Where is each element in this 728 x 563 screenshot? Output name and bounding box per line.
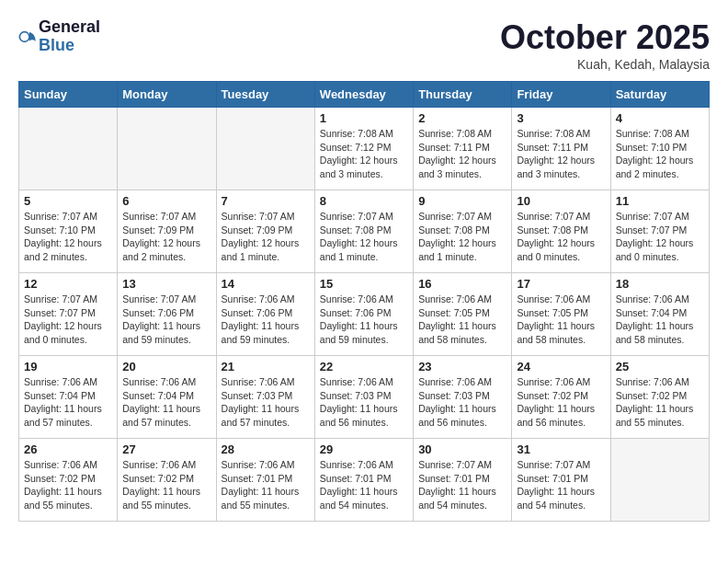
day-info: Sunrise: 7:06 AM Sunset: 7:05 PM Dayligh… <box>418 293 506 347</box>
day-info: Sunrise: 7:07 AM Sunset: 7:07 PM Dayligh… <box>24 293 112 347</box>
logo: General Blue <box>18 18 100 55</box>
title-section: October 2025 Kuah, Kedah, Malaysia <box>500 18 710 72</box>
day-info: Sunrise: 7:07 AM Sunset: 7:08 PM Dayligh… <box>418 210 506 264</box>
calendar-cell: 8Sunrise: 7:07 AM Sunset: 7:08 PM Daylig… <box>314 190 413 273</box>
day-info: Sunrise: 7:08 AM Sunset: 7:12 PM Dayligh… <box>320 127 408 181</box>
calendar-cell: 9Sunrise: 7:07 AM Sunset: 7:08 PM Daylig… <box>414 190 512 273</box>
calendar-cell: 13Sunrise: 7:07 AM Sunset: 7:06 PM Dayli… <box>118 273 216 356</box>
logo-line2: Blue <box>39 37 100 55</box>
calendar-cell: 26Sunrise: 7:06 AM Sunset: 7:02 PM Dayli… <box>19 439 118 522</box>
calendar-cell: 6Sunrise: 7:07 AM Sunset: 7:09 PM Daylig… <box>118 190 216 273</box>
day-number: 22 <box>320 360 408 373</box>
day-number: 9 <box>418 194 506 208</box>
weekday-header-row: SundayMondayTuesdayWednesdayThursdayFrid… <box>19 82 710 108</box>
weekday-header-wednesday: Wednesday <box>314 82 413 108</box>
day-info: Sunrise: 7:06 AM Sunset: 7:01 PM Dayligh… <box>222 458 310 512</box>
calendar-cell <box>610 439 709 522</box>
calendar-cell: 29Sunrise: 7:06 AM Sunset: 7:01 PM Dayli… <box>314 439 413 522</box>
day-number: 14 <box>222 277 310 291</box>
day-number: 6 <box>122 194 210 208</box>
calendar-cell: 24Sunrise: 7:06 AM Sunset: 7:02 PM Dayli… <box>512 356 610 439</box>
day-number: 21 <box>222 360 310 373</box>
calendar-cell: 7Sunrise: 7:07 AM Sunset: 7:09 PM Daylig… <box>216 190 314 273</box>
weekday-header-friday: Friday <box>512 82 610 108</box>
day-number: 5 <box>24 194 112 208</box>
day-info: Sunrise: 7:07 AM Sunset: 7:01 PM Dayligh… <box>517 458 605 512</box>
calendar-cell: 17Sunrise: 7:06 AM Sunset: 7:05 PM Dayli… <box>512 273 610 356</box>
day-info: Sunrise: 7:07 AM Sunset: 7:01 PM Dayligh… <box>418 458 506 512</box>
calendar-cell: 20Sunrise: 7:06 AM Sunset: 7:04 PM Dayli… <box>118 356 216 439</box>
calendar-cell <box>118 108 216 190</box>
calendar-cell: 4Sunrise: 7:08 AM Sunset: 7:10 PM Daylig… <box>610 108 709 190</box>
page-header: General Blue October 2025 Kuah, Kedah, M… <box>18 18 710 72</box>
day-info: Sunrise: 7:06 AM Sunset: 7:01 PM Dayligh… <box>320 458 408 512</box>
month-title: October 2025 <box>500 18 710 57</box>
weekday-header-saturday: Saturday <box>610 82 709 108</box>
calendar: SundayMondayTuesdayWednesdayThursdayFrid… <box>18 81 710 522</box>
week-row-3: 19Sunrise: 7:06 AM Sunset: 7:04 PM Dayli… <box>19 356 710 439</box>
calendar-cell: 18Sunrise: 7:06 AM Sunset: 7:04 PM Dayli… <box>610 273 709 356</box>
calendar-cell: 10Sunrise: 7:07 AM Sunset: 7:08 PM Dayli… <box>512 190 610 273</box>
day-number: 24 <box>517 360 605 373</box>
day-number: 18 <box>616 277 704 291</box>
svg-point-0 <box>19 31 29 41</box>
day-number: 10 <box>517 194 605 208</box>
day-info: Sunrise: 7:07 AM Sunset: 7:07 PM Dayligh… <box>616 210 704 264</box>
calendar-cell <box>216 108 314 190</box>
logo-line1: General <box>39 18 100 37</box>
calendar-cell: 28Sunrise: 7:06 AM Sunset: 7:01 PM Dayli… <box>216 439 314 522</box>
day-number: 12 <box>24 277 112 291</box>
day-number: 8 <box>320 194 408 208</box>
day-info: Sunrise: 7:06 AM Sunset: 7:02 PM Dayligh… <box>122 458 210 512</box>
day-number: 20 <box>122 360 210 373</box>
day-info: Sunrise: 7:06 AM Sunset: 7:04 PM Dayligh… <box>616 293 704 347</box>
calendar-cell: 11Sunrise: 7:07 AM Sunset: 7:07 PM Dayli… <box>610 190 709 273</box>
calendar-cell: 12Sunrise: 7:07 AM Sunset: 7:07 PM Dayli… <box>19 273 118 356</box>
day-info: Sunrise: 7:06 AM Sunset: 7:06 PM Dayligh… <box>222 293 310 347</box>
day-info: Sunrise: 7:07 AM Sunset: 7:08 PM Dayligh… <box>320 210 408 264</box>
day-number: 11 <box>616 194 704 208</box>
day-number: 23 <box>418 360 506 373</box>
day-info: Sunrise: 7:08 AM Sunset: 7:10 PM Dayligh… <box>616 127 704 181</box>
day-number: 27 <box>122 442 210 456</box>
day-number: 13 <box>122 277 210 291</box>
calendar-cell: 16Sunrise: 7:06 AM Sunset: 7:05 PM Dayli… <box>414 273 512 356</box>
day-info: Sunrise: 7:07 AM Sunset: 7:08 PM Dayligh… <box>517 210 605 264</box>
day-info: Sunrise: 7:06 AM Sunset: 7:04 PM Dayligh… <box>122 375 210 430</box>
calendar-cell: 30Sunrise: 7:07 AM Sunset: 7:01 PM Dayli… <box>414 439 512 522</box>
calendar-cell: 15Sunrise: 7:06 AM Sunset: 7:06 PM Dayli… <box>314 273 413 356</box>
day-info: Sunrise: 7:06 AM Sunset: 7:05 PM Dayligh… <box>517 293 605 347</box>
day-number: 26 <box>24 442 112 456</box>
day-info: Sunrise: 7:08 AM Sunset: 7:11 PM Dayligh… <box>418 127 506 181</box>
calendar-cell: 2Sunrise: 7:08 AM Sunset: 7:11 PM Daylig… <box>414 108 512 190</box>
day-info: Sunrise: 7:07 AM Sunset: 7:09 PM Dayligh… <box>222 210 310 264</box>
day-number: 30 <box>418 442 506 456</box>
day-info: Sunrise: 7:06 AM Sunset: 7:06 PM Dayligh… <box>320 293 408 347</box>
weekday-header-thursday: Thursday <box>414 82 512 108</box>
calendar-cell: 23Sunrise: 7:06 AM Sunset: 7:03 PM Dayli… <box>414 356 512 439</box>
calendar-cell: 21Sunrise: 7:06 AM Sunset: 7:03 PM Dayli… <box>216 356 314 439</box>
weekday-header-monday: Monday <box>118 82 216 108</box>
location: Kuah, Kedah, Malaysia <box>500 57 710 72</box>
logo-icon <box>18 28 37 46</box>
day-number: 2 <box>418 111 506 125</box>
day-number: 29 <box>320 442 408 456</box>
day-info: Sunrise: 7:08 AM Sunset: 7:11 PM Dayligh… <box>517 127 605 181</box>
day-info: Sunrise: 7:06 AM Sunset: 7:02 PM Dayligh… <box>616 375 704 430</box>
day-info: Sunrise: 7:06 AM Sunset: 7:03 PM Dayligh… <box>320 375 408 430</box>
day-info: Sunrise: 7:06 AM Sunset: 7:02 PM Dayligh… <box>517 375 605 430</box>
day-number: 28 <box>222 442 310 456</box>
calendar-cell: 19Sunrise: 7:06 AM Sunset: 7:04 PM Dayli… <box>19 356 118 439</box>
calendar-cell: 27Sunrise: 7:06 AM Sunset: 7:02 PM Dayli… <box>118 439 216 522</box>
week-row-0: 1Sunrise: 7:08 AM Sunset: 7:12 PM Daylig… <box>19 108 710 190</box>
day-info: Sunrise: 7:06 AM Sunset: 7:03 PM Dayligh… <box>418 375 506 430</box>
day-number: 15 <box>320 277 408 291</box>
day-number: 17 <box>517 277 605 291</box>
day-number: 4 <box>616 111 704 125</box>
calendar-cell: 22Sunrise: 7:06 AM Sunset: 7:03 PM Dayli… <box>314 356 413 439</box>
day-info: Sunrise: 7:07 AM Sunset: 7:10 PM Dayligh… <box>24 210 112 264</box>
week-row-1: 5Sunrise: 7:07 AM Sunset: 7:10 PM Daylig… <box>19 190 710 273</box>
calendar-cell: 25Sunrise: 7:06 AM Sunset: 7:02 PM Dayli… <box>610 356 709 439</box>
calendar-cell: 31Sunrise: 7:07 AM Sunset: 7:01 PM Dayli… <box>512 439 610 522</box>
day-number: 25 <box>616 360 704 373</box>
